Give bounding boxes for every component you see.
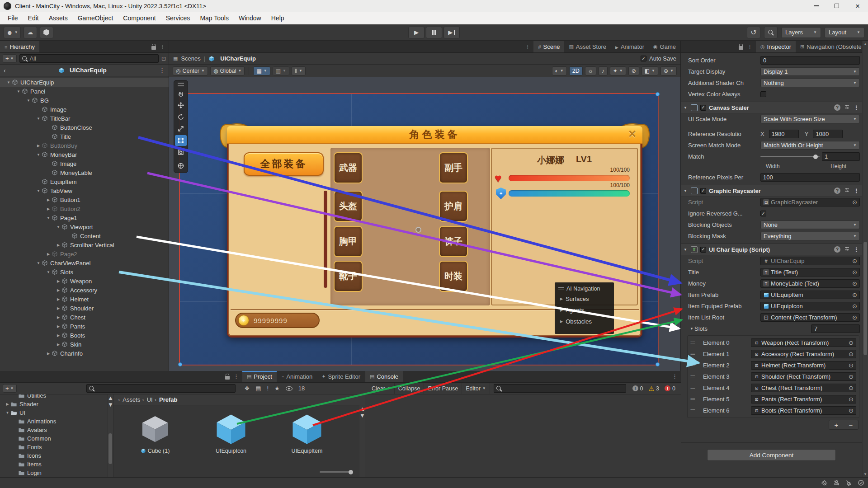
rotate-tool-button[interactable] (175, 112, 187, 122)
foldout-icon[interactable]: ▶ (55, 333, 61, 338)
object-field[interactable]: Title (Text)⊙ (760, 268, 860, 277)
equip-list-scrollbar[interactable] (324, 191, 327, 288)
add-component-button[interactable]: Add Component (707, 449, 836, 461)
component-enabled-checkbox[interactable]: ✓ (700, 188, 706, 194)
debugger-disabled-icon[interactable] (821, 479, 828, 486)
collab-disabled-icon[interactable] (833, 479, 840, 486)
hierarchy-item[interactable]: EquipItem (0, 177, 169, 186)
object-field[interactable]: Content (Rect Transform)⊙ (760, 313, 860, 322)
project-folder-item[interactable]: Items (0, 460, 113, 469)
equip-slot-button[interactable]: 武器 (334, 152, 363, 183)
foldout-icon[interactable]: ▶ (45, 252, 52, 256)
foldout-icon[interactable]: ▼ (45, 216, 52, 220)
element-object-field[interactable]: ⊡Weapon (Rect Transform)⊙ (751, 338, 856, 347)
foldout-icon[interactable]: ▶ (35, 144, 42, 148)
transform-tool-button[interactable] (175, 147, 187, 158)
favorites-icon[interactable]: ★ (274, 385, 280, 392)
menu-item[interactable]: Window (234, 14, 266, 22)
foldout-icon[interactable]: ▶ (45, 198, 52, 202)
equip-slot-button[interactable]: 胸甲 (334, 226, 363, 257)
hierarchy-item[interactable]: ▼ Viewport (0, 222, 169, 231)
object-picker-icon[interactable]: ⊙ (849, 407, 854, 414)
equip-slot-button[interactable]: 裤子 (439, 226, 468, 257)
play-button[interactable]: ▶ (408, 27, 425, 38)
ui-char-equip-header[interactable]: ▼ # ✓ UI Char Equip (Script) ? ⋮ (681, 244, 862, 255)
component-menu-icon[interactable]: ⋮ (854, 188, 859, 194)
console-info-toggle[interactable]: !0 (630, 385, 646, 392)
scene-view-tab[interactable]: Game (649, 41, 680, 52)
help-icon[interactable]: ? (834, 104, 840, 111)
scene-view-tab[interactable]: Animator (611, 41, 649, 52)
project-folder-item[interactable]: Utilities (0, 394, 113, 400)
hierarchy-item[interactable]: ▼ UICharEquip (0, 78, 169, 87)
tool-handle-dropdown[interactable]: ◎Center▼ (173, 66, 208, 75)
label-filter-icon[interactable]: ▤ (255, 385, 261, 392)
object-field[interactable]: MoneyLable (Text)⊙ (760, 279, 860, 288)
equip-slot-button[interactable]: 时装 (439, 261, 468, 292)
rect-handle[interactable] (178, 362, 182, 366)
nav-overlay-item[interactable]: ▶ Agents (555, 305, 614, 316)
panel-menu-icon[interactable]: ⋮ (524, 43, 530, 50)
project-folder-item[interactable]: Icons (0, 451, 113, 460)
project-folder-item[interactable]: Login (0, 469, 113, 477)
move-tool-button[interactable] (175, 100, 187, 111)
custom-tool-button[interactable] (175, 160, 187, 171)
lock-icon[interactable] (151, 46, 156, 50)
drag-handle-icon[interactable]: == (690, 408, 697, 413)
element-object-field[interactable]: ⊡Boots (Rect Transform)⊙ (751, 406, 856, 415)
element-object-field[interactable]: ⊡Shoulder (Rect Transform)⊙ (751, 372, 856, 381)
menu-item[interactable]: Services (161, 14, 195, 22)
hierarchy-item[interactable]: ButtonClose (0, 123, 169, 132)
ref-pixels-input[interactable]: 100 (760, 173, 860, 182)
foldout-icon[interactable]: ▶ (55, 279, 61, 283)
hidden-objects-button[interactable]: ⊘ (628, 66, 639, 75)
object-picker-icon[interactable]: ⊙ (849, 396, 854, 403)
drag-handle-icon[interactable]: == (690, 340, 697, 345)
foldout-icon[interactable]: ▼ (690, 327, 694, 331)
project-tree-scrollbar[interactable]: ▲ ▼ (107, 394, 113, 477)
sort-order-input[interactable]: 0 (760, 56, 860, 65)
drag-handle-icon[interactable]: == (690, 352, 697, 357)
project-asset-item[interactable]: UIEquipIcon (213, 412, 249, 454)
rect-tool-button[interactable] (175, 135, 187, 146)
component-enabled-checkbox[interactable]: ✓ (700, 247, 706, 253)
overlay-drag-handle[interactable] (178, 83, 184, 86)
project-folder-item[interactable]: Common (0, 434, 113, 443)
scale-tool-button[interactable] (175, 123, 187, 134)
object-picker-icon[interactable]: ⊙ (849, 351, 854, 357)
hierarchy-item[interactable]: ▶ CharInfo (0, 349, 169, 358)
project-folder-item[interactable]: ▼ UI (0, 408, 113, 417)
drag-handle-icon[interactable]: == (690, 374, 697, 379)
hierarchy-item[interactable]: ▼ Panel (0, 87, 169, 96)
hierarchy-item[interactable]: Title (0, 132, 169, 141)
object-picker-icon[interactable]: ⊙ (849, 339, 854, 346)
equip-slot-button[interactable]: 头盔 (334, 191, 363, 222)
project-asset-item[interactable]: Cube (1) (137, 412, 173, 454)
hierarchy-item[interactable]: ▶ Boots (0, 331, 169, 340)
object-picker-icon[interactable]: ⊙ (852, 291, 857, 298)
graphic-raycaster-header[interactable]: ▼ ✓ Graphic Raycaster ? ⋮ (681, 185, 862, 197)
dialog-close-button[interactable]: × (628, 127, 636, 141)
inspector-tab[interactable]: Navigation (Obsolete) (796, 41, 868, 52)
foldout-icon[interactable]: ▶ (55, 343, 61, 347)
foldout-icon[interactable]: ▶ (55, 324, 61, 328)
console-error-pause-button[interactable]: Error Pause (424, 383, 462, 394)
status-ok-icon[interactable] (858, 479, 864, 486)
hierarchy-item[interactable]: ▶ Shoulder (0, 304, 169, 313)
remove-element-button[interactable]: − (844, 420, 858, 429)
nav-overlay-item[interactable]: ▶ Obstacles (555, 316, 614, 327)
panel-menu-icon[interactable]: ⋮ (233, 373, 239, 380)
hierarchy-item[interactable]: ▶ Accessory (0, 286, 169, 295)
foldout-icon[interactable]: ▶ (55, 243, 61, 247)
hierarchy-item[interactable]: ▼ TabView (0, 186, 169, 195)
scene-view-tab[interactable]: Scene (533, 41, 564, 52)
all-equip-button[interactable]: 全部装备 (244, 152, 324, 176)
presets-icon[interactable] (844, 187, 850, 194)
close-button[interactable]: × (847, 0, 868, 12)
foldout-icon[interactable]: ▶ (55, 315, 61, 319)
breadcrumb-item[interactable]: Assets (118, 396, 140, 403)
drag-handle-icon[interactable]: == (690, 385, 697, 390)
screen-match-mode-dropdown[interactable]: Match Width Or Height▼ (760, 141, 860, 150)
foldout-icon[interactable]: ▶ (5, 402, 10, 406)
hierarchy-item[interactable]: ▶ Weapon (0, 277, 169, 286)
